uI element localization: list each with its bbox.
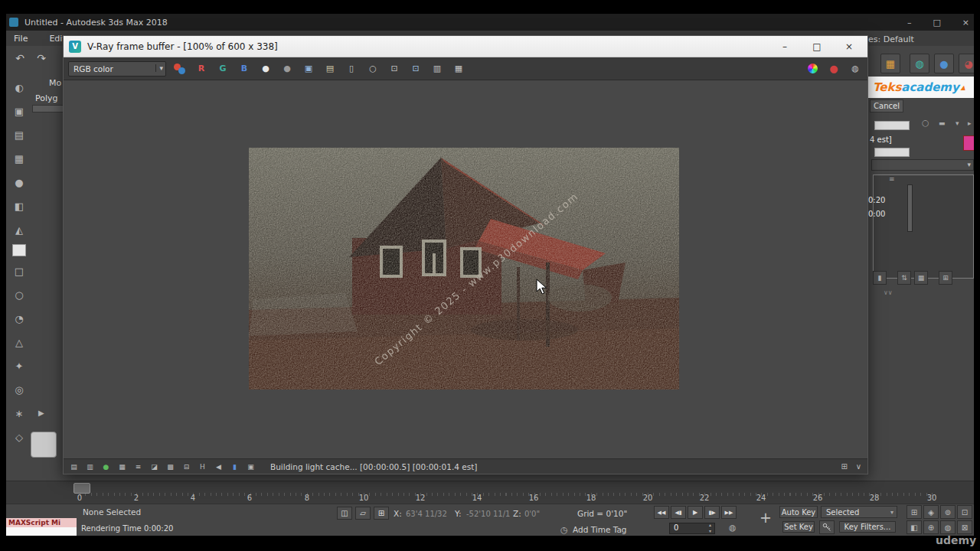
tick-6[interactable]: 6 bbox=[247, 494, 252, 502]
left-tool-icon-3[interactable]: ▤ bbox=[10, 126, 28, 144]
vfb-status-icon-11[interactable]: ▮ bbox=[229, 461, 240, 472]
left-tool-icon-6[interactable]: ◧ bbox=[10, 197, 28, 215]
active-tool-button[interactable] bbox=[31, 432, 57, 458]
record-circle-icon[interactable]: ○ bbox=[922, 118, 929, 128]
offset-mode-icon[interactable]: + bbox=[756, 509, 775, 530]
maxscript-input[interactable] bbox=[6, 527, 77, 536]
maximize-icon[interactable]: □ bbox=[933, 18, 940, 28]
previous-frame-button[interactable]: ◀▮ bbox=[671, 506, 686, 519]
selection-lock-icon[interactable]: ◫ bbox=[337, 507, 352, 520]
z-coordinate-field[interactable]: 0'0" bbox=[524, 510, 540, 518]
green-channel-button[interactable]: G bbox=[215, 61, 230, 77]
x-coordinate-field[interactable]: 63'4 11/32 bbox=[406, 510, 447, 518]
stop-render-button[interactable]: ● bbox=[826, 61, 841, 77]
region-render-icon[interactable]: ▦ bbox=[451, 61, 466, 77]
tick-10[interactable]: 10 bbox=[359, 494, 369, 502]
next-frame-button[interactable]: ▮▶ bbox=[704, 506, 720, 519]
duplicate-window-icon[interactable]: ⊡ bbox=[387, 61, 402, 77]
play-button[interactable]: ▶ bbox=[688, 506, 703, 519]
stamp-icon[interactable]: ▥ bbox=[430, 61, 445, 77]
scroll-next-icon[interactable]: ▸ bbox=[968, 119, 972, 127]
zoom-extents-icon[interactable]: ⊚ bbox=[940, 505, 956, 519]
tick-8[interactable]: 8 bbox=[305, 494, 309, 502]
tick-26[interactable]: 26 bbox=[813, 494, 823, 502]
left-tool-icon-16[interactable]: ◇ bbox=[10, 428, 28, 446]
vfb-maximize-icon[interactable]: □ bbox=[806, 39, 828, 54]
left-tool-icon-2[interactable]: ▣ bbox=[10, 102, 28, 120]
vfb-status-icon-1[interactable]: ▤ bbox=[68, 461, 80, 472]
render-last-icon[interactable]: ◍ bbox=[848, 61, 863, 77]
orbit-icon[interactable]: ⊕ bbox=[923, 520, 939, 534]
current-frame-field[interactable]: 0 bbox=[669, 523, 715, 534]
vfb-close-icon[interactable]: × bbox=[838, 39, 860, 54]
expand-arrow-icon[interactable]: ▶ bbox=[38, 409, 44, 417]
render-setup-icon[interactable]: ◍ bbox=[910, 54, 929, 73]
frame-spin-up-icon[interactable]: ▴ bbox=[709, 522, 711, 527]
left-tool-icon-15[interactable]: ∗ bbox=[10, 404, 28, 422]
color-swatch[interactable] bbox=[963, 135, 974, 151]
panel-tool-icon-3[interactable]: ▦ bbox=[914, 271, 928, 285]
tick-28[interactable]: 28 bbox=[870, 494, 880, 502]
pan-icon[interactable]: ◧ bbox=[906, 520, 922, 534]
monochrome-button[interactable]: ● bbox=[279, 61, 295, 77]
collapse-chevrons-icon[interactable]: ∨∨ bbox=[884, 289, 893, 296]
vfb-status-icon-2[interactable]: ▥ bbox=[84, 461, 96, 472]
workspace-dropdown[interactable]: es: Default bbox=[868, 34, 914, 44]
left-tool-icon-12[interactable]: △ bbox=[10, 333, 28, 351]
undo-icon[interactable]: ↶ bbox=[11, 49, 29, 67]
save-image-icon[interactable]: ▣ bbox=[301, 61, 316, 77]
redo-icon[interactable]: ↷ bbox=[32, 49, 51, 67]
left-tool-icon-9[interactable]: □ bbox=[10, 262, 28, 280]
tick-20[interactable]: 20 bbox=[643, 494, 653, 502]
copy-to-clipboard-icon[interactable]: ▯ bbox=[344, 61, 359, 77]
left-tool-icon-1[interactable]: ◐ bbox=[10, 78, 28, 96]
set-key-button[interactable]: Set Key bbox=[782, 521, 815, 533]
tick-16[interactable]: 16 bbox=[529, 494, 539, 502]
panel-tool-icon-1[interactable]: ▮ bbox=[873, 271, 887, 285]
render-production-icon[interactable]: ◕ bbox=[959, 54, 974, 73]
auto-key-button[interactable]: Auto Key bbox=[779, 506, 818, 518]
grid-snap-icon[interactable]: ⊞ bbox=[374, 507, 389, 520]
tick-0[interactable]: 0 bbox=[77, 494, 82, 502]
go-to-end-button[interactable]: ▶▶ bbox=[721, 506, 737, 519]
key-mode-toggle-icon[interactable]: ◍ bbox=[729, 523, 737, 533]
channel-dropdown[interactable]: RGB color ▾ bbox=[68, 61, 166, 77]
vfb-status-icon-5[interactable]: ≡ bbox=[132, 461, 144, 472]
tick-18[interactable]: 18 bbox=[586, 494, 596, 502]
left-tool-icon-8[interactable]: ■ bbox=[12, 244, 26, 256]
key-filters-button[interactable]: Key Filters... bbox=[839, 521, 896, 533]
vfb-titlebar[interactable]: V V-Ray frame buffer - [100% of 600 x 33… bbox=[64, 36, 867, 57]
tick-30[interactable]: 30 bbox=[927, 494, 937, 502]
maxscript-mini-listener[interactable]: MAXScript Mi bbox=[6, 518, 77, 536]
red-channel-button[interactable]: R bbox=[194, 61, 209, 77]
transform-typein-icon[interactable]: ▱ bbox=[355, 507, 371, 520]
left-tool-icon-5[interactable]: ● bbox=[10, 173, 28, 191]
color-corrections-icon[interactable] bbox=[805, 61, 820, 77]
blue-channel-button[interactable]: B bbox=[237, 61, 252, 77]
minimize-icon[interactable]: – bbox=[907, 18, 912, 28]
tick-24[interactable]: 24 bbox=[756, 494, 766, 502]
left-tool-icon-11[interactable]: ◔ bbox=[10, 309, 28, 328]
left-tool-icon-13[interactable]: ✦ bbox=[10, 357, 28, 375]
add-time-tag[interactable]: Add Time Tag bbox=[573, 525, 626, 534]
tick-12[interactable]: 12 bbox=[416, 494, 426, 502]
go-to-start-button[interactable]: ◀◀ bbox=[654, 506, 669, 519]
track-mouse-icon[interactable]: ○ bbox=[365, 61, 381, 77]
panel-tool-icon-2[interactable]: ⇅ bbox=[897, 271, 911, 285]
maximize-viewport-icon[interactable]: ⊠ bbox=[957, 520, 972, 534]
vfb-status-icon-12[interactable]: ▣ bbox=[245, 461, 256, 472]
load-image-icon[interactable]: ▤ bbox=[322, 61, 338, 77]
menu-file[interactable]: File bbox=[14, 34, 28, 44]
zoom-all-icon[interactable]: ◈ bbox=[923, 505, 939, 519]
scroll-down-icon[interactable]: ▾ bbox=[956, 119, 959, 127]
rendered-frame-window-icon[interactable]: ● bbox=[934, 54, 954, 73]
maxscript-label[interactable]: MAXScript Mi bbox=[6, 518, 77, 527]
vfb-status-icon-3[interactable]: ● bbox=[100, 461, 112, 472]
cancel-button[interactable]: Cancel bbox=[870, 99, 903, 112]
vfb-status-icon-6[interactable]: ◪ bbox=[149, 461, 160, 472]
field-of-view-icon[interactable]: ◍ bbox=[940, 520, 956, 534]
vfb-grid-icon[interactable]: ⊞ bbox=[841, 462, 848, 471]
vfb-status-icon-7[interactable]: ▩ bbox=[165, 461, 176, 472]
tick-22[interactable]: 22 bbox=[700, 494, 710, 502]
left-tool-icon-4[interactable]: ▦ bbox=[10, 149, 28, 168]
